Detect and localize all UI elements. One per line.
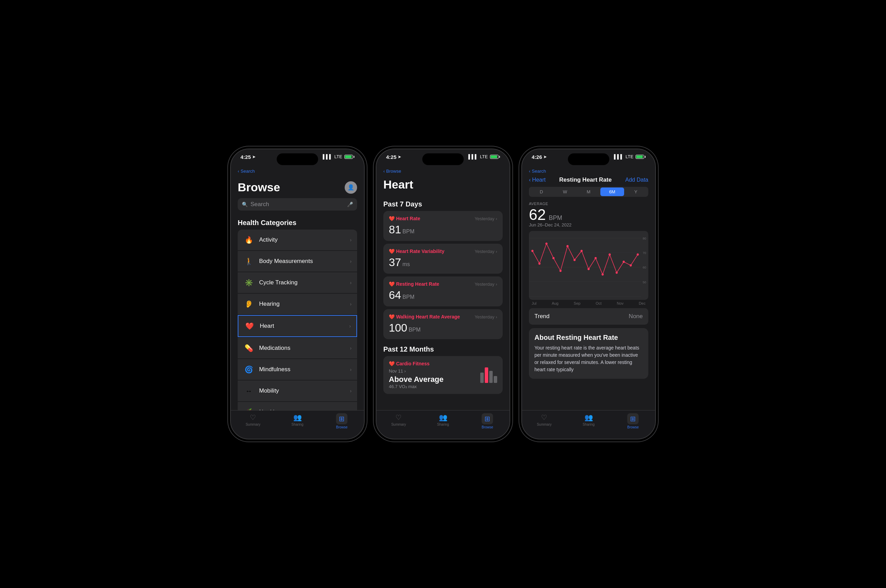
phones-container: 4:25 ➤ ▌▌▌ LTE ‹ Search Browse 👤 [216,135,670,453]
heart-rate-card[interactable]: ❤️ Heart Rate Yesterday › 81BPM [383,211,503,241]
medications-label: Medications [259,345,345,351]
location-arrow: ➤ [543,155,546,159]
category-item-body[interactable]: 🚶 Body Measurements › [238,251,357,272]
cycle-label: Cycle Tracking [259,279,345,286]
tab-sharing[interactable]: 👥 Sharing [421,413,465,429]
svg-point-14 [594,257,597,259]
battery-icon [490,155,500,159]
category-item-heart[interactable]: ❤️ Heart › [238,315,357,337]
category-item-mobility[interactable]: ↔️ Mobility › [238,381,357,401]
nav-back-search[interactable]: ‹ Search [231,168,364,175]
health-categories-title: Health Categories [231,216,364,230]
status-icons: ▌▌▌ LTE [323,154,354,159]
chart-date: Jun 26–Dec 24, 2022 [529,222,648,228]
svg-point-6 [538,262,540,265]
hearing-label: Hearing [259,300,345,308]
time-btn-y[interactable]: Y [624,188,648,196]
tab-summary[interactable]: ♡ Summary [376,413,421,429]
rhr-nav: ‹ Heart Resting Heart Rate Add Data [522,175,655,187]
summary-icon: ♡ [396,413,402,422]
category-item-cycle[interactable]: ✳️ Cycle Tracking › [238,272,357,293]
svg-point-18 [623,261,625,262]
x-sep: Sep [574,301,581,305]
hrv-card[interactable]: ❤️ Heart Rate Variability Yesterday › 37… [383,244,503,274]
back-heart[interactable]: ‹ Heart [529,177,546,183]
svg-point-15 [602,273,604,275]
tab-summary[interactable]: ♡ Summary [231,413,275,429]
add-data-button[interactable]: Add Data [625,177,648,183]
svg-point-7 [546,243,548,245]
category-item-nutrition[interactable]: 🍎 Nutrition › [238,402,357,410]
x-nov: Nov [617,301,624,305]
back-label: Search [532,168,546,174]
svg-point-17 [615,272,618,274]
phone-top: 4:25 ➤ ▌▌▌ LTE [231,149,364,168]
heart-rate-value: 81BPM [389,224,414,236]
time-selector: D W M 6M Y [529,187,648,197]
tab-browse[interactable]: ⊞ Browse [319,413,364,429]
mic-icon[interactable]: 🎤 [347,202,353,207]
summary-icon: ♡ [250,413,256,422]
activity-icon: 🔥 [243,234,254,245]
phone-browse: 4:25 ➤ ▌▌▌ LTE ‹ Search Browse 👤 [230,148,365,440]
tab-summary[interactable]: ♡ Summary [522,413,567,429]
dynamic-island [568,153,609,165]
heart-header: Heart [376,175,510,197]
browse-title: Browse [238,181,280,194]
back-label: Browse [386,168,401,174]
lte-label: LTE [626,154,633,159]
nutrition-icon: 🍎 [243,407,254,410]
chevron-icon: › [350,301,352,307]
x-aug: Aug [552,301,558,305]
search-icon: 🔍 [242,202,248,207]
hrv-title: ❤️ Heart Rate Variability [389,249,444,254]
chevron-icon: › [350,388,352,394]
sharing-icon: 👥 [584,413,593,422]
back-chevron: ‹ [238,168,239,174]
tab-sharing[interactable]: 👥 Sharing [567,413,611,429]
about-text: Your resting heart rate is the average h… [534,344,643,373]
page-title: Resting Heart Rate [559,177,612,183]
svg-text:80: 80 [643,237,646,240]
browse-icon: ⊞ [481,413,493,424]
phone-heart: 4:25 ➤ ▌▌▌ LTE ‹ Browse Heart [376,148,510,440]
chevron-icon: › [350,410,352,410]
search-bar[interactable]: 🔍 Search 🎤 [238,198,357,211]
avatar[interactable]: 👤 [344,181,357,194]
time-btn-6m[interactable]: 6M [600,188,624,196]
hrv-when: Yesterday › [475,249,497,254]
battery-icon [344,155,354,159]
tab-sharing[interactable]: 👥 Sharing [275,413,320,429]
rhr-card[interactable]: ❤️ Resting Heart Rate Yesterday › 64BPM [383,276,503,306]
nav-back[interactable]: ‹ Browse [376,168,510,175]
chevron-icon: › [350,345,352,351]
phone-top: 4:25 ➤ ▌▌▌ LTE [376,149,510,168]
tab-browse[interactable]: ⊞ Browse [611,413,655,429]
lte-label: LTE [334,154,342,159]
trend-row[interactable]: Trend None [529,308,648,325]
signal-icon: ▌▌▌ [614,154,623,159]
time-btn-m[interactable]: M [577,188,600,196]
tab-bar: ♡ Summary 👥 Sharing ⊞ Browse [231,410,364,439]
about-section: About Resting Heart Rate Your resting he… [529,328,648,379]
status-icons: ▌▌▌ LTE [468,154,500,159]
past12-header: Past 12 Months [376,342,510,356]
category-item-hearing[interactable]: 👂 Hearing › [238,294,357,314]
tab-bar: ♡ Summary 👥 Sharing ⊞ Browse [522,410,655,439]
time-btn-w[interactable]: W [553,188,576,196]
whr-card[interactable]: ❤️ Walking Heart Rate Average Yesterday … [383,309,503,339]
nav-back-search[interactable]: ‹ Search [522,168,655,175]
mindfulness-icon: 🌀 [243,364,254,375]
category-item-mindfulness[interactable]: 🌀 Mindfulness › [238,359,357,380]
svg-point-12 [581,250,583,252]
sharing-label: Sharing [292,423,303,426]
category-item-activity[interactable]: 🔥 Activity › [238,230,357,250]
sharing-label: Sharing [583,423,594,426]
category-item-medications[interactable]: 💊 Medications › [238,338,357,358]
svg-point-20 [636,254,639,255]
tab-browse[interactable]: ⊞ Browse [465,413,510,429]
time-btn-d[interactable]: D [529,188,553,196]
cardio-card[interactable]: ❤️ Cardio Fitness Nov 11 › Above Average… [383,356,503,394]
back-heart-label: Heart [532,177,546,183]
body-label: Body Measurements [259,258,345,265]
